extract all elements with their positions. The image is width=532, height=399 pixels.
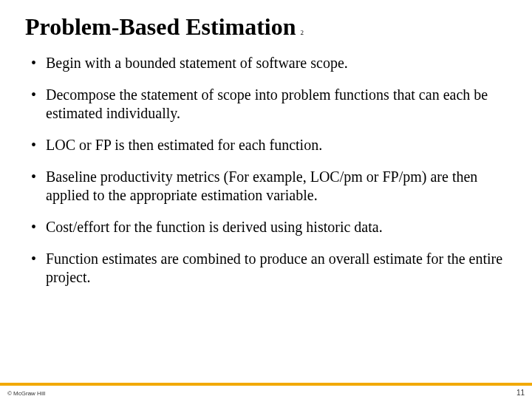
bullet-text: Function estimates are combined to produ… bbox=[46, 250, 502, 285]
list-item: Cost/effort for the function is derived … bbox=[31, 218, 507, 236]
list-item: Baseline productivity metrics (For examp… bbox=[31, 168, 507, 205]
list-item: Begin with a bounded statement of softwa… bbox=[31, 54, 507, 72]
bullet-text: Cost/effort for the function is derived … bbox=[46, 219, 383, 235]
bullet-text: LOC or FP is then estimated for each fun… bbox=[46, 137, 322, 153]
page-number: 11 bbox=[516, 389, 525, 397]
footer-accent-bar bbox=[0, 383, 532, 386]
bullet-text: Decompose the statement of scope into pr… bbox=[46, 86, 488, 121]
list-item: Function estimates are combined to produ… bbox=[31, 250, 507, 287]
bullet-text: Begin with a bounded statement of softwa… bbox=[46, 55, 348, 71]
list-item: Decompose the statement of scope into pr… bbox=[31, 86, 507, 123]
title-text: Problem-Based Estimation bbox=[25, 13, 296, 40]
bullet-text: Baseline productivity metrics (For examp… bbox=[46, 168, 477, 203]
copyright-text: © McGraw Hill bbox=[7, 390, 45, 397]
title-subscript: 2 bbox=[301, 29, 304, 36]
slide-title: Problem-Based Estimation2 bbox=[25, 13, 507, 41]
list-item: LOC or FP is then estimated for each fun… bbox=[31, 136, 507, 154]
slide: Problem-Based Estimation2 Begin with a b… bbox=[0, 0, 532, 399]
bullet-list: Begin with a bounded statement of softwa… bbox=[25, 54, 507, 287]
